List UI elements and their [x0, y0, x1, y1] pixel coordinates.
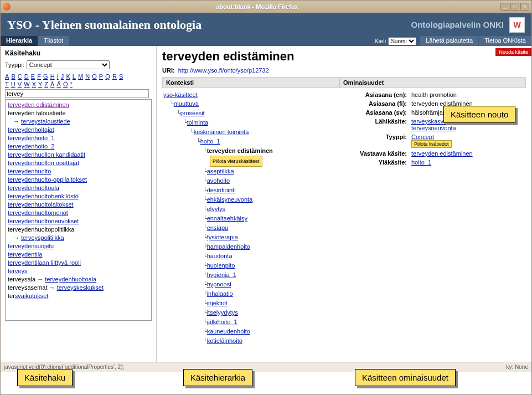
- tree-link[interactable]: avohoito: [207, 177, 230, 184]
- alpha-Ä[interactable]: Ä: [56, 81, 60, 88]
- result-link[interactable]: terveyskeskukset: [57, 284, 104, 291]
- tree-link[interactable]: muuttuva: [174, 100, 199, 107]
- nav-about[interactable]: Tietoa ONKIsta: [478, 36, 531, 46]
- alpha-R[interactable]: R: [112, 73, 117, 80]
- alpha-C[interactable]: C: [18, 73, 22, 80]
- result-link[interactable]: terveydenhuollon opettajat: [8, 160, 79, 166]
- nav-feedback[interactable]: Lähetä palautetta: [420, 36, 478, 46]
- result-link[interactable]: terveydenhuoltoneuvokset: [8, 218, 79, 224]
- language-select[interactable]: Suomi: [388, 37, 416, 45]
- result-link[interactable]: terveydenhuolto-oppilaitokset: [8, 176, 87, 183]
- alpha-M[interactable]: M: [78, 73, 83, 80]
- tree-link[interactable]: ehkäisyneuvonta: [207, 196, 253, 203]
- search-results[interactable]: terveyden edistäminenterveyden taloustie…: [5, 99, 152, 321]
- alpha-O[interactable]: O: [92, 73, 97, 80]
- alpha-V[interactable]: V: [18, 81, 22, 88]
- alpha-U[interactable]: U: [11, 81, 16, 88]
- result-link[interactable]: terveydenhoito_2: [8, 143, 54, 150]
- tree-link[interactable]: hypnoosi: [207, 281, 231, 288]
- tree-link[interactable]: yso-käsitteet: [163, 91, 198, 98]
- tree-link[interactable]: hygienia_1: [207, 271, 236, 278]
- main-area: Käsitehaku Tyyppi: Concept A B C D E F G…: [1, 46, 531, 362]
- tree-link[interactable]: kotieläinhoito: [207, 337, 242, 344]
- alpha-*[interactable]: *: [70, 81, 73, 88]
- tree-link[interactable]: desinfiointi: [207, 187, 236, 193]
- alpha-E[interactable]: E: [31, 73, 35, 80]
- tree-link[interactable]: elvytys: [207, 206, 226, 212]
- tree-link[interactable]: ennaltaehkäisy: [207, 215, 247, 222]
- prop-label: Yläkäsite:: [339, 159, 411, 166]
- hide-siblings-button[interactable]: Piilota vieruskäsitteet: [210, 156, 262, 167]
- alpha-W[interactable]: W: [24, 81, 29, 88]
- tree-link[interactable]: kauneudenhoito: [207, 328, 250, 335]
- hide-extra-button[interactable]: Piilota lisätiedot: [411, 140, 452, 148]
- tree-link[interactable]: prosessit: [180, 110, 205, 116]
- tree-link[interactable]: huolenpito: [207, 262, 235, 269]
- alpha-N[interactable]: N: [85, 73, 90, 80]
- fetch-concept-button[interactable]: Nouda käsite: [495, 48, 531, 56]
- alpha-J[interactable]: J: [61, 73, 64, 80]
- alpha-H[interactable]: H: [50, 73, 55, 80]
- alpha-Å[interactable]: Å: [50, 81, 54, 88]
- uri-link[interactable]: http://www.yso.fi/onto/yso/p12732: [178, 67, 269, 74]
- result-link[interactable]: terveydentilaan liittyvä rooli: [8, 259, 81, 266]
- callout-search: Käsitehaku: [17, 369, 73, 386]
- tree-link[interactable]: toiminta: [187, 119, 209, 126]
- type-select[interactable]: Concept: [27, 60, 110, 69]
- alpha-K[interactable]: K: [66, 73, 70, 80]
- tree-link[interactable]: aseptiikka: [207, 168, 234, 175]
- search-input[interactable]: [5, 89, 149, 98]
- result-link[interactable]: terveystaloustiede: [21, 118, 70, 125]
- tree-link[interactable]: itselyydytys: [207, 309, 238, 316]
- result-link[interactable]: terveydenhoito_1: [8, 135, 54, 141]
- tree-link[interactable]: keskinäinen toiminta: [194, 129, 249, 135]
- result-link[interactable]: terveydenhoitajat: [8, 126, 54, 133]
- tree-link[interactable]: haudonta: [207, 253, 233, 259]
- tree-link[interactable]: ensiapu: [207, 224, 229, 231]
- alpha-S[interactable]: S: [119, 73, 123, 80]
- result-link[interactable]: terveydenhuoltomenot: [8, 209, 68, 216]
- result-link[interactable]: terveydenhuoltolaitokset: [8, 201, 74, 208]
- alpha-Y[interactable]: Y: [38, 81, 42, 88]
- prop-link[interactable]: terveysneuvonta: [411, 125, 456, 131]
- alpha-I[interactable]: I: [57, 73, 59, 80]
- result-link[interactable]: terveyden edistäminen: [8, 101, 69, 108]
- alpha-T[interactable]: T: [5, 81, 9, 88]
- alpha-Ö[interactable]: Ö: [63, 81, 68, 88]
- result-link[interactable]: terveyspolitiikka: [21, 234, 64, 241]
- alpha-D[interactable]: D: [24, 73, 29, 80]
- minimize-button[interactable]: _: [500, 3, 509, 11]
- alpha-G[interactable]: G: [43, 73, 48, 80]
- properties-table: Asiasana (en):health promotionAsiasana (…: [339, 90, 526, 167]
- tree-link[interactable]: fysioterapia: [207, 234, 238, 240]
- tree-link[interactable]: inhalaatio: [207, 290, 233, 297]
- result-link[interactable]: terveys: [8, 268, 27, 274]
- alpha-Z[interactable]: Z: [44, 81, 48, 88]
- alpha-B[interactable]: B: [11, 73, 15, 80]
- result-link[interactable]: terveydenhuoltoala: [8, 184, 59, 191]
- tree-link[interactable]: jälkihoito_1: [207, 319, 237, 325]
- prop-link[interactable]: Concept: [411, 134, 434, 140]
- tree-link[interactable]: injektiot: [207, 300, 228, 306]
- result-link[interactable]: svaikutukset: [15, 293, 49, 299]
- result-link[interactable]: terveydenhuollon kandidaatit: [8, 151, 85, 158]
- close-button[interactable]: ×: [520, 3, 529, 11]
- prop-link[interactable]: terveyden edistäminen: [411, 150, 473, 157]
- alpha-X[interactable]: X: [32, 81, 36, 88]
- tab-hierarkia[interactable]: Hierarkia: [1, 36, 38, 46]
- result-link[interactable]: terveydenhuoltohenkilöstö: [8, 193, 79, 199]
- prop-link[interactable]: hoito_1: [411, 159, 431, 166]
- alpha-P[interactable]: P: [99, 73, 103, 80]
- alpha-A[interactable]: A: [5, 73, 9, 80]
- tab-tilastot[interactable]: Tilastot: [38, 36, 69, 46]
- result-link[interactable]: terveydenhuoltoala: [45, 276, 96, 283]
- tree-link[interactable]: hoito_1: [200, 138, 220, 145]
- result-link[interactable]: terveydentila: [8, 251, 42, 258]
- alpha-Q[interactable]: Q: [105, 73, 110, 80]
- result-link[interactable]: terveydenhuolto: [8, 168, 51, 175]
- alpha-F[interactable]: F: [37, 73, 41, 80]
- alpha-L[interactable]: L: [73, 73, 76, 80]
- maximize-button[interactable]: □: [510, 3, 519, 11]
- result-link[interactable]: terveydensuojelu: [8, 243, 54, 249]
- tree-link[interactable]: hampaidenhoito: [207, 243, 250, 250]
